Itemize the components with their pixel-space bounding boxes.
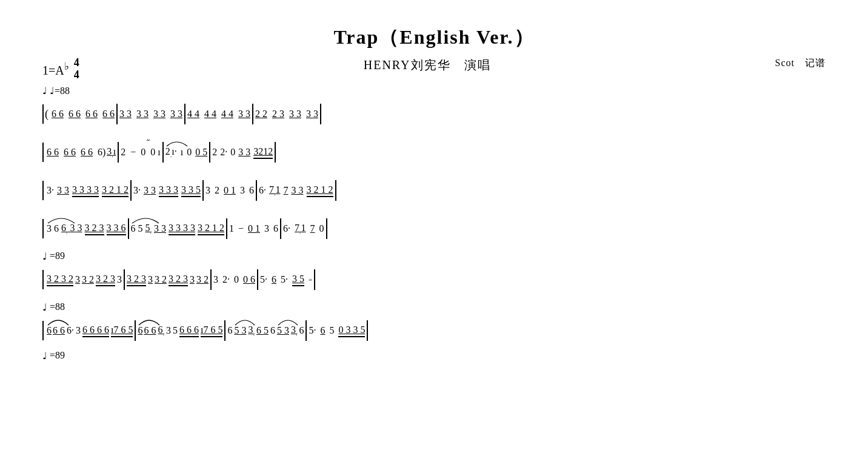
key-time: 1=A♭ 4 4	[42, 57, 79, 81]
measure-3-4: 6· 7.1 7 3 3 3 2 1 2	[257, 183, 335, 198]
measure-4-4: 6· 7.1 7 0	[281, 221, 326, 236]
measure-6-2: 6 6 6 6. 3 5 6 6 6 ı7 6 5	[136, 323, 224, 338]
score-content: ♩=88 ( 6 6 6 6 6 6 6 6 3 3 3 3 3 3 3 3	[36, 85, 832, 362]
bar-left-5	[42, 270, 44, 289]
meta-row: 1=A♭ 4 4 HENRY刘宪华 演唱 Scot 记谱	[36, 57, 832, 81]
measure-6-4: 5· 6 5 0 3 3 5	[307, 323, 367, 338]
measure-2-4: 2 2· 0 3 3 3212	[210, 145, 275, 160]
score-row-4: 3 6 6. 3 3 3 2 3 3 3 6 6 5 5. 3 3	[42, 212, 826, 246]
tempo-mark-1: ♩=88	[42, 85, 826, 96]
measure-3-2: 3· 3 3 3 3 3 3 3 5	[132, 183, 202, 198]
measure-6-3: 6 5 3 3. 6 5 6 5 3 3. 6	[225, 323, 305, 338]
score-row-5: 3 2 3 2 3 3 2 3 2 3 3 3 2 3 3 3 2 3 2 3 …	[42, 263, 826, 297]
quarter-note-icon-3	[42, 301, 47, 313]
measure-5-3: 3 2· 0 0 6	[212, 273, 257, 286]
quarter-note-icon-2	[42, 251, 47, 262]
tempo-mark-2: =89	[42, 251, 826, 262]
measure-1-2: 3 3 3 3 3 3 3 3	[118, 107, 184, 121]
bar-left-6	[42, 321, 44, 340]
score-area: Trap（English Ver.） 1=A♭ 4 4 HENRY刘宪华 演唱 …	[36, 24, 832, 362]
tempo-mark-3: =88	[42, 301, 826, 313]
measure-1-1: 6 6 6 6 6 6 6 6	[50, 107, 116, 121]
bar-left-3	[42, 181, 44, 200]
key-label: 1=A♭	[42, 61, 69, 78]
measure-5-1: 3 2 3 2 3 3 2 3 2 3 3	[45, 272, 124, 288]
measure-4-1: 3 6 6. 3 3 3 2 3 3 3 6	[45, 221, 128, 237]
bar-left-1	[42, 104, 44, 124]
quarter-note-icon-1	[42, 85, 47, 96]
score-row-1: ( 6 6 6 6 6 6 6 6 3 3 3 3 3 3 3 3 4 4 4 …	[42, 98, 826, 131]
measure-5-4: 5· 6 5· 3 5 =	[258, 272, 314, 288]
time-signature: 4 4	[74, 57, 79, 81]
measure-1-3: 4 4 4 4 4 4 3 3	[185, 107, 252, 121]
performer-label: HENRY刘宪华 演唱	[364, 57, 491, 73]
score-row-2: 6 6 6 6 6 6 6) 3.ı 2 − 0 ̃ 0 ı	[42, 136, 826, 169]
measure-4-3: 1 − 0 1 3 6	[227, 222, 280, 235]
bar-left-4	[42, 219, 44, 238]
transcriber-label: Scot 记谱	[775, 57, 826, 70]
quarter-note-icon-4	[42, 350, 47, 362]
measure-2-3: 2.ı· ı 0 0 5	[164, 145, 209, 160]
measure-4-2: 6 5 5. 3 3 3 3 3 3 3 2 1 2	[129, 221, 227, 237]
score-row-3: 3· 3 3 3 3 3 3 3 2 1 2 3· 3 3 3 3 3 3 3 …	[42, 174, 826, 207]
bar-left-2	[42, 143, 44, 162]
measure-1-4: 2 2 2 3 3 3 3 3	[253, 107, 320, 121]
song-title: Trap（English Ver.）	[36, 24, 832, 51]
measure-3-3: 3 2 0 1 3 6	[204, 184, 256, 197]
measure-3-1: 3· 3 3 3 3 3 3 3 2 1 2	[45, 183, 130, 198]
measure-2-1: 6 6 6 6 6 6 6) 3.ı	[45, 145, 118, 160]
tempo-mark-4: =89	[42, 350, 826, 362]
measure-5-2: 3 2 3 3 3 2 3 2 3 3 3 2	[125, 272, 210, 288]
score-row-6: 6 6 6 6· 3 6 6 6 6 ı7 6 5 6 6 6 6.	[42, 314, 826, 348]
measure-6-1: 6 6 6 6· 3 6 6 6 6 ı7 6 5	[45, 323, 135, 338]
measure-2-2: 2 − 0 ̃ 0 ı	[119, 146, 162, 159]
